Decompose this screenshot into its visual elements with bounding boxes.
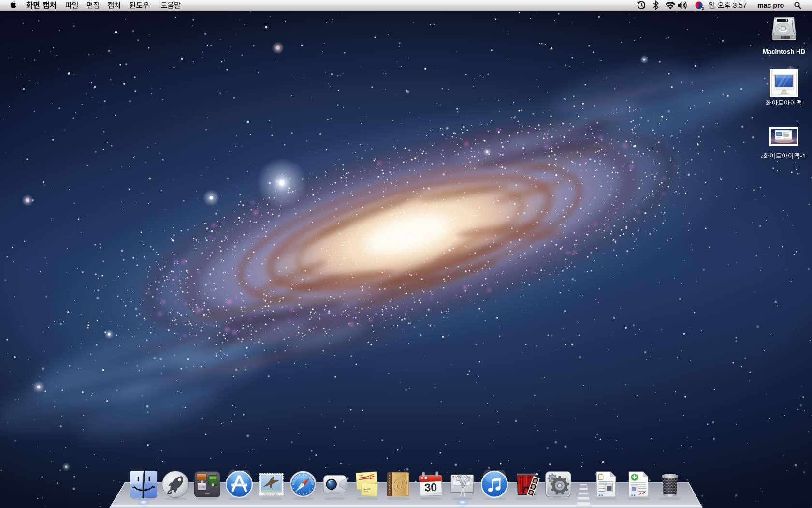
svg-text:@: @ [392, 474, 407, 493]
svg-text:3:57: 3:57 [733, 1, 747, 9]
svg-text:Macintosh HD: Macintosh HD [763, 48, 806, 55]
svg-text:30: 30 [424, 481, 437, 494]
svg-text:2: 2 [702, 6, 704, 11]
svg-text:mac pro: mac pro [757, 1, 784, 9]
svg-text:USA FIRST CLASS: USA FIRST CLASS [264, 493, 279, 495]
svg-text:-1: -1 [800, 152, 806, 160]
